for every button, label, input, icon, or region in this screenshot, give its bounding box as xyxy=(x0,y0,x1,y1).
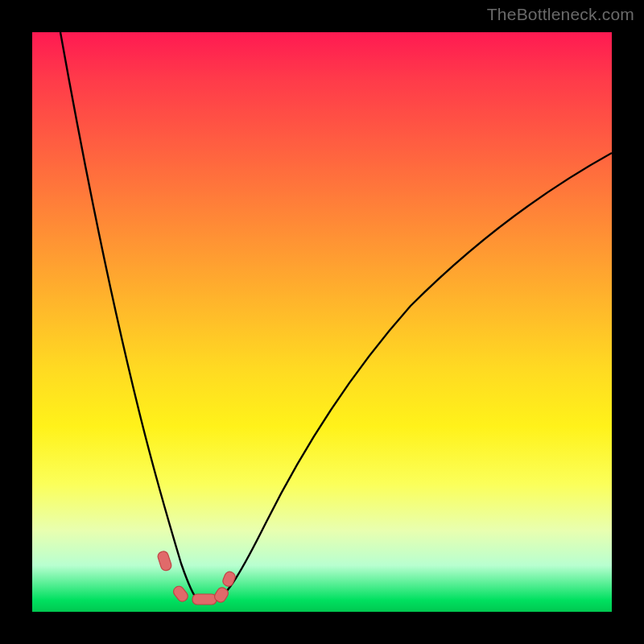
marker-right-end xyxy=(221,570,237,588)
marker-bottom xyxy=(192,594,217,605)
right-branch-curve xyxy=(216,153,612,601)
outer-frame: TheBottleneck.com xyxy=(0,0,644,644)
left-branch-curve xyxy=(60,32,197,599)
chart-svg xyxy=(32,32,612,612)
plot-area xyxy=(32,32,612,612)
marker-left-end xyxy=(171,584,190,604)
marker-group xyxy=(157,550,237,605)
marker-left-start xyxy=(157,550,173,572)
watermark-text: TheBottleneck.com xyxy=(487,5,634,24)
